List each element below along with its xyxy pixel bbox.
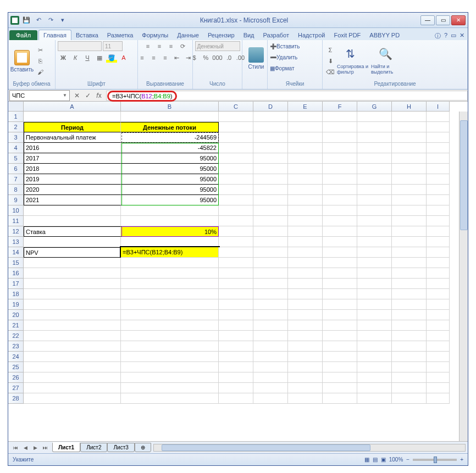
cell[interactable] bbox=[392, 331, 427, 341]
fill-icon[interactable]: ⬇ bbox=[325, 56, 336, 66]
row-header-24[interactable]: 24 bbox=[8, 352, 24, 362]
name-box[interactable]: ЧПС ▼ bbox=[9, 90, 70, 101]
cell[interactable] bbox=[121, 393, 219, 404]
cut-icon[interactable]: ✂ bbox=[35, 45, 46, 55]
cell[interactable] bbox=[288, 153, 323, 164]
cell[interactable]: Первоначальный платеж bbox=[24, 132, 121, 143]
cell[interactable]: 95000 bbox=[121, 195, 219, 205]
cell[interactable] bbox=[253, 331, 288, 341]
cell[interactable] bbox=[392, 247, 427, 258]
cell[interactable] bbox=[323, 383, 357, 393]
cell[interactable] bbox=[121, 320, 219, 331]
cell[interactable] bbox=[253, 132, 288, 143]
cell[interactable] bbox=[323, 352, 357, 362]
sort-filter-button[interactable]: ⇅ Сортировка и фильтр bbox=[337, 44, 370, 78]
col-header-b[interactable]: B bbox=[121, 102, 219, 112]
cell[interactable] bbox=[288, 195, 323, 205]
cell[interactable] bbox=[24, 289, 121, 299]
cell[interactable] bbox=[219, 310, 253, 320]
cell[interactable] bbox=[427, 164, 450, 174]
cell[interactable]: Ставка bbox=[24, 226, 121, 237]
cell[interactable] bbox=[357, 174, 392, 185]
cell[interactable] bbox=[323, 174, 357, 185]
cell[interactable] bbox=[253, 143, 288, 153]
cell[interactable] bbox=[392, 372, 427, 383]
row-header-17[interactable]: 17 bbox=[8, 279, 24, 289]
cell[interactable] bbox=[323, 362, 357, 372]
ribbon-tab-home[interactable]: Главная bbox=[38, 30, 71, 40]
maximize-button[interactable]: ▭ bbox=[436, 15, 450, 25]
cell[interactable] bbox=[323, 122, 357, 132]
cell[interactable] bbox=[392, 132, 427, 143]
cell[interactable] bbox=[427, 132, 450, 143]
col-header-h[interactable]: H bbox=[392, 102, 427, 112]
cell[interactable] bbox=[323, 185, 357, 195]
cell[interactable]: 2021 bbox=[24, 195, 121, 205]
cell[interactable]: 2018 bbox=[24, 164, 121, 174]
cell[interactable] bbox=[219, 226, 253, 237]
cell[interactable] bbox=[121, 331, 219, 341]
cell[interactable] bbox=[253, 174, 288, 185]
cell[interactable] bbox=[427, 362, 450, 372]
cell[interactable] bbox=[24, 331, 121, 341]
cell[interactable] bbox=[253, 320, 288, 331]
cell[interactable] bbox=[288, 205, 323, 216]
cell[interactable] bbox=[219, 122, 253, 132]
cell[interactable] bbox=[323, 258, 357, 268]
cell[interactable]: Денежные потоки bbox=[121, 122, 219, 132]
cell[interactable] bbox=[121, 289, 219, 299]
cell[interactable] bbox=[392, 122, 427, 132]
cell[interactable] bbox=[392, 393, 427, 404]
col-header-e[interactable]: E bbox=[288, 102, 323, 112]
cell[interactable] bbox=[219, 320, 253, 331]
cell[interactable] bbox=[392, 268, 427, 279]
cell[interactable] bbox=[392, 299, 427, 310]
horizontal-scrollbar[interactable] bbox=[153, 444, 466, 452]
cell[interactable] bbox=[323, 132, 357, 143]
currency-icon[interactable]: $ bbox=[189, 53, 200, 63]
cell[interactable] bbox=[357, 341, 392, 352]
cell[interactable] bbox=[392, 352, 427, 362]
cell[interactable] bbox=[392, 174, 427, 185]
close-workbook-icon[interactable]: ✕ bbox=[460, 32, 464, 40]
cell[interactable] bbox=[357, 132, 392, 143]
cell[interactable] bbox=[357, 216, 392, 226]
cell[interactable] bbox=[323, 393, 357, 404]
cell[interactable] bbox=[121, 310, 219, 320]
cell[interactable] bbox=[219, 299, 253, 310]
cell[interactable] bbox=[392, 362, 427, 372]
row-header-7[interactable]: 7 bbox=[8, 174, 24, 185]
cell[interactable] bbox=[357, 195, 392, 205]
cell[interactable] bbox=[219, 258, 253, 268]
cell[interactable] bbox=[253, 112, 288, 122]
cell[interactable]: 95000 bbox=[121, 153, 219, 164]
zoom-slider-thumb[interactable] bbox=[434, 457, 437, 463]
cell[interactable] bbox=[427, 216, 450, 226]
cell[interactable] bbox=[427, 247, 450, 258]
cell[interactable]: 10% bbox=[121, 226, 219, 237]
cell[interactable] bbox=[427, 237, 450, 247]
cancel-formula-icon[interactable]: ✕ bbox=[72, 91, 82, 101]
cell[interactable] bbox=[121, 268, 219, 279]
row-header-15[interactable]: 15 bbox=[8, 258, 24, 268]
cell[interactable] bbox=[219, 331, 253, 341]
sheet-tab-2[interactable]: Лист2 bbox=[80, 443, 107, 452]
ribbon-tab-data[interactable]: Данные bbox=[173, 30, 203, 40]
cell[interactable] bbox=[288, 352, 323, 362]
cell[interactable] bbox=[357, 279, 392, 289]
cell[interactable] bbox=[253, 247, 288, 258]
cell[interactable] bbox=[357, 362, 392, 372]
cell[interactable] bbox=[427, 205, 450, 216]
row-header-3[interactable]: 3 bbox=[8, 132, 24, 143]
bold-icon[interactable]: Ж bbox=[58, 53, 69, 63]
cell[interactable] bbox=[323, 331, 357, 341]
cell[interactable] bbox=[288, 393, 323, 404]
minimize-ribbon-icon[interactable]: ⓘ bbox=[435, 32, 441, 40]
vscroll-thumb[interactable] bbox=[460, 120, 468, 230]
cell[interactable] bbox=[427, 258, 450, 268]
cell[interactable] bbox=[219, 279, 253, 289]
cell[interactable] bbox=[357, 372, 392, 383]
row-header-2[interactable]: 2 bbox=[8, 122, 24, 132]
col-header-c[interactable]: C bbox=[219, 102, 253, 112]
cell[interactable] bbox=[392, 310, 427, 320]
